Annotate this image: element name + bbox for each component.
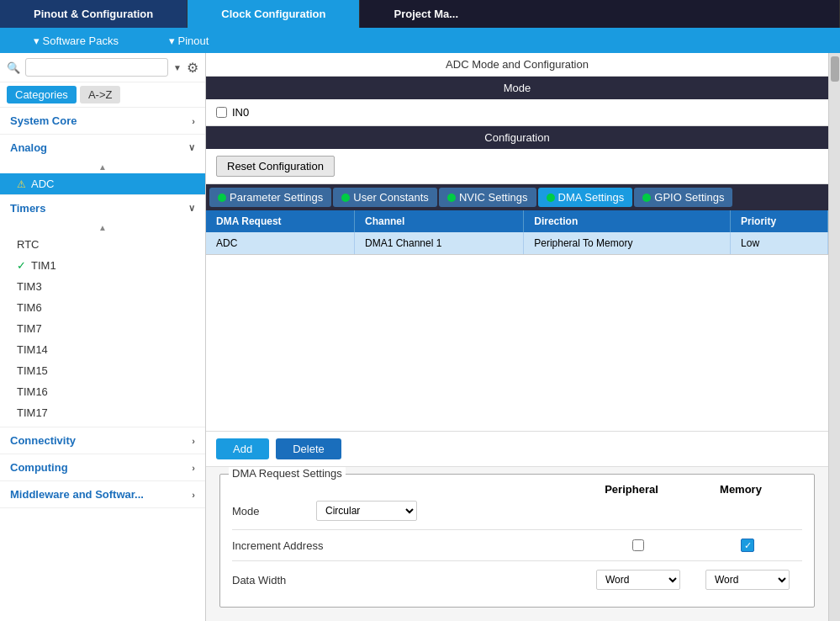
- chevron-right-icon-conn: ›: [192, 436, 195, 446]
- col-header-memory: Memory: [686, 483, 795, 496]
- sub-nav-software-packs[interactable]: ▾ Software Packs: [8, 34, 144, 47]
- dma-table: DMA Request Channel Direction Priority A…: [206, 210, 828, 254]
- settings-row-increment: Increment Address ✓: [232, 539, 802, 552]
- tab-dot-parameter: [218, 194, 226, 202]
- peripheral-width-cell: Word: [584, 570, 693, 590]
- content-area: ADC Mode and Configuration Mode IN0 Conf…: [206, 53, 828, 621]
- reset-btn-row: Reset Configuration: [206, 149, 828, 184]
- right-scrollbar[interactable]: [828, 53, 840, 621]
- sidebar-section-header-connectivity[interactable]: Connectivity ›: [0, 427, 205, 454]
- sidebar-section-header-system-core[interactable]: System Core ›: [0, 108, 205, 134]
- scrollbar-thumb[interactable]: [831, 56, 839, 82]
- settings-row-data-width: Data Width Word Word: [232, 570, 802, 590]
- sidebar: 🔍 ▼ ⚙ Categories A->Z System Core › Anal…: [0, 53, 206, 621]
- dma-request-settings-wrapper: DMA Request Settings Peripheral Memory M…: [206, 467, 828, 621]
- dma-col-direction: Direction: [524, 210, 731, 232]
- table-row[interactable]: ADC DMA1 Channel 1 Peripheral To Memory …: [206, 232, 828, 254]
- sidebar-item-tim1[interactable]: TIM1: [0, 255, 205, 276]
- settings-col-headers: Peripheral Memory: [232, 483, 802, 496]
- sidebar-section-system-core: System Core ›: [0, 108, 205, 135]
- tab-user-constants[interactable]: User Constants: [333, 188, 437, 207]
- sub-nav-bar: ▾ Software Packs ▾ Pinout: [0, 28, 840, 53]
- timers-list: ▲ RTC TIM1 TIM3 TIM6 TIM7 TIM14: [0, 221, 205, 427]
- sidebar-search-bar: 🔍 ▼ ⚙: [0, 53, 205, 82]
- sidebar-item-tim16[interactable]: TIM16: [0, 381, 205, 402]
- dma-row-direction: Peripheral To Memory: [524, 232, 731, 254]
- sidebar-section-header-timers[interactable]: Timers ∨: [0, 195, 205, 221]
- sidebar-item-adc[interactable]: ADC: [0, 173, 205, 194]
- settings-divider-2: [232, 560, 802, 561]
- sidebar-item-tim6[interactable]: TIM6: [0, 297, 205, 318]
- sidebar-item-tim15[interactable]: TIM15: [0, 360, 205, 381]
- data-width-label: Data Width: [232, 574, 584, 586]
- search-icon[interactable]: 🔍: [7, 61, 20, 74]
- memory-width-cell: Word: [693, 570, 802, 590]
- nav-clock-config[interactable]: Clock Configuration: [188, 0, 360, 28]
- tab-parameter-settings[interactable]: Parameter Settings: [209, 188, 331, 207]
- tab-categories[interactable]: Categories: [7, 86, 77, 104]
- memory-increment-checkbox-checked[interactable]: ✓: [741, 539, 754, 552]
- tab-nvic-settings[interactable]: NVIC Settings: [439, 188, 536, 207]
- chevron-right-icon: ›: [192, 116, 195, 126]
- dma-request-settings-legend: DMA Request Settings: [229, 467, 346, 480]
- mode-select[interactable]: Circular Normal: [316, 501, 417, 521]
- scroll-up-arrow[interactable]: ▲: [0, 161, 205, 173]
- reset-configuration-button[interactable]: Reset Configuration: [216, 156, 335, 177]
- nav-pinout-config[interactable]: Pinout & Configuration: [0, 0, 188, 28]
- dma-row-priority: Low: [731, 232, 828, 254]
- tab-dot-gpio: [642, 194, 651, 202]
- memory-width-select[interactable]: Word: [705, 570, 790, 590]
- settings-row-mode: Mode Circular Normal: [232, 501, 802, 521]
- memory-increment-checkbox-cell: ✓: [693, 539, 802, 552]
- dropdown-arrow-icon[interactable]: ▼: [173, 63, 182, 72]
- tab-az[interactable]: A->Z: [80, 86, 121, 104]
- sidebar-section-timers: Timers ∨ ▲ RTC TIM1 TIM3 TIM6 TIM7: [0, 195, 205, 427]
- mode-label: Mode: [232, 505, 316, 518]
- tab-gpio-settings[interactable]: GPIO Settings: [634, 188, 732, 207]
- sidebar-item-tim14[interactable]: TIM14: [0, 339, 205, 360]
- add-button[interactable]: Add: [216, 438, 269, 459]
- peripheral-increment-checkbox[interactable]: [632, 539, 644, 551]
- sidebar-section-header-analog[interactable]: Analog ∨: [0, 135, 205, 161]
- dma-col-request: DMA Request: [206, 210, 354, 232]
- sidebar-item-tim3[interactable]: TIM3: [0, 276, 205, 297]
- delete-button[interactable]: Delete: [276, 438, 341, 459]
- search-input[interactable]: [25, 58, 168, 77]
- tab-dma-settings[interactable]: DMA Settings: [538, 188, 633, 207]
- sidebar-item-tim7[interactable]: TIM7: [0, 318, 205, 339]
- increment-address-label: Increment Address: [232, 539, 584, 552]
- in0-checkbox[interactable]: [216, 107, 227, 118]
- dma-empty-area: [206, 255, 828, 431]
- chevron-down-icon: ∨: [188, 142, 195, 153]
- sidebar-section-computing: Computing ›: [0, 454, 205, 481]
- content-title-bar: ADC Mode and Configuration: [206, 53, 828, 77]
- dma-col-channel: Channel: [354, 210, 523, 232]
- dma-request-settings: DMA Request Settings Peripheral Memory M…: [219, 474, 815, 608]
- sidebar-item-tim17[interactable]: TIM17: [0, 402, 205, 423]
- dma-col-priority: Priority: [731, 210, 828, 232]
- chevron-right-icon-comp: ›: [192, 463, 195, 473]
- sidebar-item-rtc[interactable]: RTC: [0, 234, 205, 255]
- main-layout: 🔍 ▼ ⚙ Categories A->Z System Core › Anal…: [0, 53, 840, 621]
- sidebar-section-header-middleware[interactable]: Middleware and Softwar... ›: [0, 481, 205, 507]
- dma-table-container: DMA Request Channel Direction Priority A…: [206, 210, 828, 255]
- sidebar-section-connectivity: Connectivity ›: [0, 427, 205, 454]
- dma-row-request: ADC: [206, 232, 354, 254]
- scroll-up-arrow-timers[interactable]: ▲: [0, 221, 205, 234]
- dma-row-channel: DMA1 Channel 1: [354, 232, 523, 254]
- tab-dot-nvic: [447, 194, 456, 202]
- mode-content: IN0: [206, 99, 828, 126]
- sub-nav-pinout[interactable]: ▾ Pinout: [144, 34, 234, 47]
- chevron-right-icon-mid: ›: [192, 490, 195, 500]
- gear-icon[interactable]: ⚙: [187, 60, 198, 76]
- sidebar-section-analog: Analog ∨ ▲ ADC: [0, 135, 205, 195]
- tabs-row: Parameter Settings User Constants NVIC S…: [206, 184, 828, 210]
- peripheral-width-select[interactable]: Word: [596, 570, 680, 590]
- chevron-down-icon-timers: ∨: [188, 203, 195, 214]
- sidebar-section-middleware: Middleware and Softwar... ›: [0, 481, 205, 508]
- sidebar-section-header-computing[interactable]: Computing ›: [0, 454, 205, 480]
- sidebar-tabs: Categories A->Z: [0, 82, 205, 108]
- action-btns-row: Add Delete: [206, 431, 828, 467]
- mode-section-header: Mode: [206, 77, 828, 99]
- nav-project-manager[interactable]: Project Ma...: [360, 0, 840, 28]
